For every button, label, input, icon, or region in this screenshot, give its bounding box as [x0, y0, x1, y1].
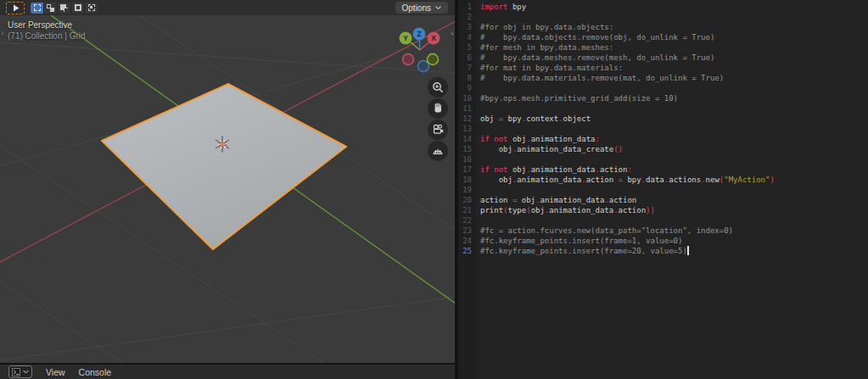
- grid-object[interactable]: [102, 84, 346, 249]
- code-line[interactable]: 9: [458, 83, 868, 93]
- code-line[interactable]: 11: [458, 103, 868, 114]
- select-box-intersect-button[interactable]: [85, 3, 98, 14]
- tweak-tool-button[interactable]: [6, 2, 25, 14]
- console-menu-console[interactable]: Console: [79, 367, 112, 377]
- code-line[interactable]: 13: [458, 124, 868, 134]
- line-number: 17: [458, 164, 472, 175]
- active-collection-label: (71) Collection | Grid: [8, 31, 86, 42]
- line-number: 4: [458, 32, 472, 42]
- select-box-set-icon: [34, 4, 41, 11]
- code-line[interactable]: 6# bpy.data.meshes.remove(mesh, do_unlin…: [458, 53, 868, 63]
- options-label: Options: [402, 3, 431, 13]
- text-editor[interactable]: 1import bpy23#for obj in bpy.data.object…: [458, 0, 868, 379]
- select-box-set-button[interactable]: [31, 3, 43, 14]
- code-line[interactable]: 20action = obj.animation_data.action: [458, 195, 868, 205]
- line-number: 24: [458, 236, 472, 246]
- code-line[interactable]: 3#for obj in bpy.data.objects:: [458, 22, 868, 32]
- toolbar-expand-arrow[interactable]: ›: [1, 29, 3, 38]
- python-console-icon: [12, 368, 20, 376]
- chevron-down-icon: [435, 6, 441, 10]
- line-number: 1: [458, 2, 472, 12]
- line-number: 23: [458, 226, 472, 236]
- navigation-gizmo[interactable]: Y Z X: [390, 24, 450, 75]
- line-number: 14: [458, 134, 472, 144]
- line-number: 7: [458, 63, 472, 73]
- toggle-projection-icon: [431, 144, 445, 158]
- viewport-header: Options: [0, 0, 456, 15]
- line-number: 9: [458, 83, 472, 93]
- code-area[interactable]: 1import bpy23#for obj in bpy.data.object…: [458, 2, 868, 256]
- select-box-invert-button[interactable]: [71, 3, 84, 14]
- code-line[interactable]: 23#fc = action.fcurves.new(data_path="lo…: [458, 226, 868, 236]
- line-number: 3: [458, 22, 472, 32]
- view-perspective-label: User Perspective: [8, 20, 86, 31]
- code-line[interactable]: 16: [458, 154, 868, 164]
- console-menu-view[interactable]: View: [46, 367, 65, 377]
- code-line[interactable]: 24#fc.keyframe_points.insert(frame=1, va…: [458, 236, 868, 246]
- line-number: 6: [458, 53, 472, 63]
- code-line[interactable]: 4# bpy.data.objects.remove(obj, do_unlin…: [458, 32, 868, 42]
- select-box-intersect-icon: [88, 4, 95, 11]
- 3d-viewport[interactable]: Options User Perspective (71) Collection…: [0, 0, 456, 363]
- line-number: 16: [458, 154, 472, 164]
- line-number: 18: [458, 175, 472, 185]
- line-number: 2: [458, 12, 472, 22]
- line-number: 20: [458, 195, 472, 205]
- select-box-extend-icon: [47, 4, 54, 12]
- text-cursor: [687, 246, 689, 255]
- pan-hand-icon: [431, 102, 445, 115]
- axis-neg-y-ball[interactable]: [428, 54, 439, 65]
- camera-view-icon: [431, 123, 445, 137]
- code-line[interactable]: 18 obj.animation_data.action = bpy.data.…: [458, 175, 868, 185]
- line-number: 21: [458, 205, 472, 215]
- line-number: 8: [458, 73, 472, 83]
- blender-window: Options User Perspective (71) Collection…: [0, 0, 868, 379]
- code-line[interactable]: 12obj = bpy.context.object: [458, 114, 868, 124]
- zoom-icon: [431, 81, 445, 94]
- line-number: 19: [458, 185, 472, 195]
- zoom-button[interactable]: [428, 77, 448, 98]
- code-line[interactable]: 17if not obj.animation_data.action:: [458, 164, 868, 175]
- axis-neg-z-ball[interactable]: [418, 61, 429, 72]
- options-button[interactable]: Options: [395, 2, 448, 14]
- line-number: 10: [458, 93, 472, 103]
- axis-neg-x-ball[interactable]: [403, 54, 414, 65]
- pan-button[interactable]: [428, 98, 448, 119]
- editor-type-dropdown[interactable]: [8, 365, 32, 378]
- select-box-subtract-icon: [60, 4, 68, 12]
- code-line[interactable]: 22: [458, 215, 868, 226]
- code-line[interactable]: 2: [458, 12, 868, 22]
- code-line[interactable]: 7#for mat in bpy.data.materials:: [458, 63, 868, 73]
- code-line[interactable]: 5#for mesh in bpy.data.meshes:: [458, 42, 868, 53]
- tweak-cursor-icon: [11, 3, 20, 13]
- line-number: 25: [458, 246, 472, 256]
- line-number: 12: [458, 114, 472, 124]
- line-number: 11: [458, 103, 472, 114]
- select-box-invert-icon: [75, 4, 81, 11]
- console-header: View Console: [0, 363, 456, 379]
- code-line[interactable]: 25#fc.keyframe_points.insert(frame=20, v…: [458, 246, 868, 256]
- line-number: 13: [458, 124, 472, 134]
- code-line[interactable]: 14if not obj.animation_data:: [458, 134, 868, 144]
- camera-view-button[interactable]: [428, 120, 448, 140]
- code-line[interactable]: 1import bpy: [458, 2, 868, 12]
- line-number: 5: [458, 42, 472, 53]
- line-number: 15: [458, 144, 472, 154]
- chevron-down-icon: [23, 370, 29, 374]
- code-line[interactable]: 21print(type(obj.animation_data.action)): [458, 205, 868, 215]
- code-line[interactable]: 8# bpy.data.materials.remove(mat, do_unl…: [458, 73, 868, 83]
- select-box-subtract-button[interactable]: [58, 3, 70, 14]
- toggle-projection-button[interactable]: [428, 141, 448, 161]
- axis-y-label: Y: [403, 34, 408, 42]
- code-line[interactable]: 15 obj.animation_data_create(): [458, 144, 868, 154]
- select-mode-group: [31, 3, 98, 14]
- viewport-overlay: User Perspective (71) Collection | Grid: [8, 20, 86, 42]
- code-line[interactable]: 19: [458, 185, 868, 195]
- axis-z-label: Z: [417, 30, 421, 38]
- select-box-extend-button[interactable]: [44, 3, 57, 14]
- axis-x-label: X: [431, 34, 436, 42]
- 3d-scene: [0, 0, 456, 363]
- sidebar-expand-arrow[interactable]: ‹: [451, 28, 454, 38]
- line-number: 22: [458, 215, 472, 226]
- code-line[interactable]: 10#bpy.ops.mesh.primitive_grid_add(size …: [458, 93, 868, 103]
